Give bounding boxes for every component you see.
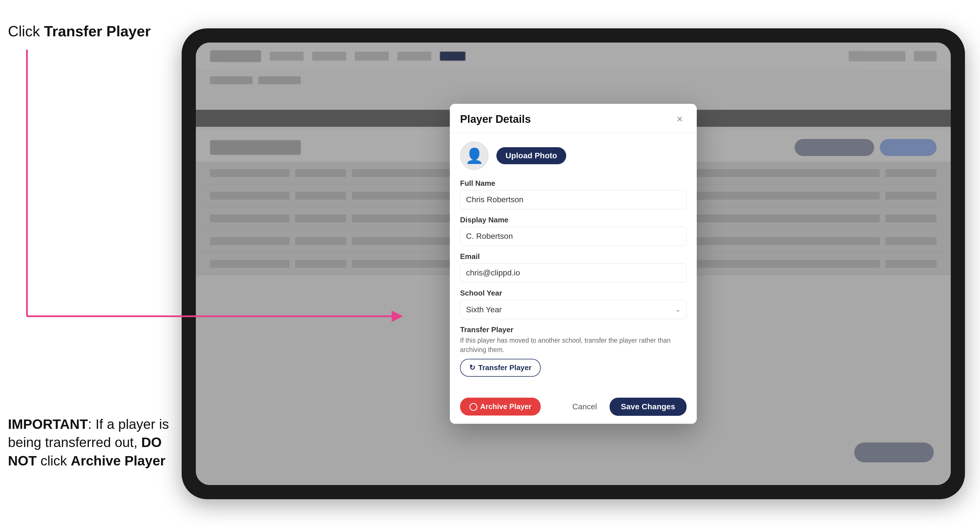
modal-body: 👤 Upload Photo Full Name Display Name <box>450 133 697 392</box>
cancel-button[interactable]: Cancel <box>565 398 604 415</box>
email-input[interactable] <box>460 263 687 283</box>
instruction-top-prefix: Click <box>8 23 44 40</box>
avatar-icon: 👤 <box>465 147 484 165</box>
transfer-player-section: Transfer Player If this player has moved… <box>460 325 687 376</box>
modal-overlay: Player Details × 👤 Upload Photo Full Nam <box>196 43 951 485</box>
save-changes-button[interactable]: Save Changes <box>609 398 687 416</box>
display-name-label: Display Name <box>460 216 687 224</box>
tablet-screen: Player Details × 👤 Upload Photo Full Nam <box>196 43 951 485</box>
transfer-section-title: Transfer Player <box>460 325 687 334</box>
archive-player-button[interactable]: ◯ Archive Player <box>460 398 541 416</box>
instruction-important: IMPORTANT <box>8 417 88 432</box>
school-year-select-wrapper: First Year Second Year Third Year Fourth… <box>460 300 687 319</box>
avatar: 👤 <box>460 141 488 170</box>
display-name-input[interactable] <box>460 227 687 246</box>
full-name-group: Full Name <box>460 179 687 210</box>
transfer-icon: ↻ <box>469 364 476 372</box>
email-label: Email <box>460 252 687 261</box>
player-details-modal: Player Details × 👤 Upload Photo Full Nam <box>450 104 697 424</box>
archive-button-label: Archive Player <box>480 402 531 411</box>
modal-footer: ◯ Archive Player Cancel Save Changes <box>450 392 697 424</box>
upload-photo-button[interactable]: Upload Photo <box>496 147 566 164</box>
instruction-text-2: click <box>37 453 71 468</box>
photo-row: 👤 Upload Photo <box>460 141 687 170</box>
modal-title: Player Details <box>460 113 531 125</box>
school-year-group: School Year First Year Second Year Third… <box>460 289 687 319</box>
modal-header: Player Details × <box>450 104 697 133</box>
instruction-bottom: IMPORTANT: If a player is being transfer… <box>8 415 175 470</box>
school-year-label: School Year <box>460 289 687 298</box>
instruction-top: Click Transfer Player <box>8 23 151 40</box>
school-year-select[interactable]: First Year Second Year Third Year Fourth… <box>460 300 687 319</box>
tablet-device: Player Details × 👤 Upload Photo Full Nam <box>181 29 965 499</box>
instruction-archive: Archive Player <box>71 453 165 468</box>
display-name-group: Display Name <box>460 216 687 246</box>
archive-icon: ◯ <box>469 402 477 411</box>
transfer-player-button[interactable]: ↻ Transfer Player <box>460 359 541 377</box>
full-name-input[interactable] <box>460 190 687 210</box>
transfer-button-label: Transfer Player <box>478 364 531 372</box>
instruction-top-bold: Transfer Player <box>44 23 151 40</box>
full-name-label: Full Name <box>460 179 687 188</box>
modal-close-button[interactable]: × <box>673 112 687 126</box>
email-group: Email <box>460 252 687 283</box>
transfer-section-description: If this player has moved to another scho… <box>460 336 687 354</box>
